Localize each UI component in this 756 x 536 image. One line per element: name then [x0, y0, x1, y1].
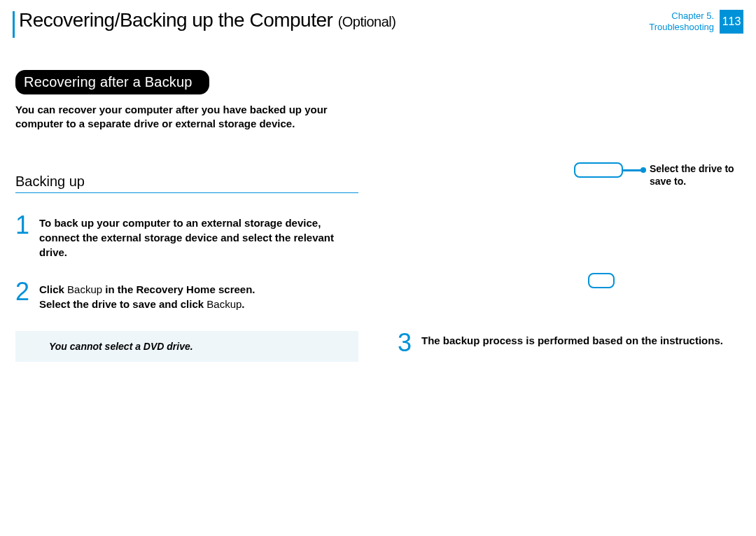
title-main: Recovering/Backing up the Computer [19, 9, 338, 31]
left-column: Recovering after a Backup You can recove… [15, 50, 378, 362]
step-1: 1 To back up your computer to an externa… [15, 213, 357, 260]
chapter-line-2: Troubleshooting [649, 22, 714, 33]
step-2-c: in the Recovery Home screen. [102, 283, 255, 295]
accent-bar [13, 11, 15, 38]
header-right: Chapter 5. Troubleshooting 113 [649, 10, 743, 34]
page-number-badge: 113 [720, 10, 743, 34]
backup-button-callout [588, 273, 615, 288]
step-3: 3 The backup process is performed based … [398, 330, 723, 355]
chapter-line-1: Chapter 5. [649, 10, 714, 22]
content-area: Recovering after a Backup You can recove… [0, 43, 756, 362]
section-heading-pill: Recovering after a Backup [15, 70, 209, 94]
chapter-info: Chapter 5. Troubleshooting [649, 10, 714, 34]
sub-heading: Backing up [15, 174, 358, 193]
backup-button-box-icon [588, 273, 615, 288]
note-text: You cannot select a DVD drive. [49, 341, 346, 352]
page-number: 113 [722, 15, 741, 28]
step-2-f: . [241, 298, 244, 310]
step-2-e: Backup [206, 298, 241, 310]
page-title: Recovering/Backing up the Computer (Opti… [19, 10, 396, 31]
callout-label: Select the drive to save to. [650, 162, 748, 188]
title-optional: (Optional) [338, 14, 396, 29]
step-3-number: 3 [398, 330, 421, 355]
step-3-body: The backup process is performed based on… [421, 330, 723, 355]
drive-select-box-icon [574, 162, 623, 178]
step-1-body: To back up your computer to an external … [39, 213, 357, 260]
page-header: Recovering/Backing up the Computer (Opti… [0, 0, 756, 43]
step-2-b: Backup [67, 283, 102, 295]
right-column: Select the drive to save to. 3 The backu… [378, 50, 741, 362]
step-2-body: Click Backup in the Recovery Home screen… [39, 279, 255, 311]
callout-leader-line [623, 169, 644, 171]
drive-select-callout: Select the drive to save to. [574, 162, 748, 188]
step-1-number: 1 [15, 213, 39, 260]
intro-paragraph: You can recover your computer after you … [15, 103, 357, 132]
step-2-a: Click [39, 283, 67, 295]
step-2-d: Select the drive to save and click [39, 298, 206, 310]
step-2: 2 Click Backup in the Recovery Home scre… [15, 279, 357, 311]
note-box: You cannot select a DVD drive. [15, 331, 358, 362]
step-2-number: 2 [15, 279, 39, 311]
